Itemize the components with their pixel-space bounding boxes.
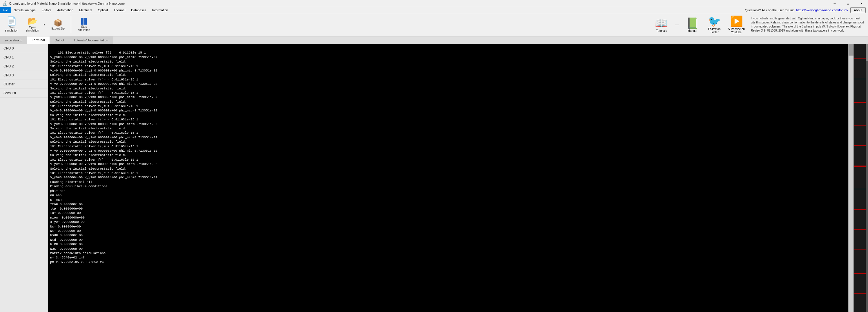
questions-text: Questions? Ask on the user forum: <box>745 8 794 12</box>
twitter-icon: 🐦 <box>708 15 721 28</box>
svg-rect-13 <box>866 44 868 61</box>
window-controls: ─ □ ✕ <box>828 0 868 7</box>
follow-twitter-button[interactable]: 🐦 Follow on Twitter <box>706 15 723 34</box>
title-bar: 🔬 Organic and hybrid Material Nano Simul… <box>0 0 868 7</box>
open-simulation-group: 📂 Open simulation ▼ <box>23 14 46 35</box>
stop-simulation-label: Stop similation <box>76 25 92 32</box>
sidebar-item-cpu2[interactable]: CPU 2 <box>0 62 48 71</box>
minimize-button[interactable]: ─ <box>828 0 841 7</box>
menu-item-automation[interactable]: Automation <box>54 7 76 13</box>
sidebar-item-cpu1[interactable]: CPU 1 <box>0 53 48 62</box>
subscribe-youtube-label: Subscribe on Youtube <box>728 28 745 34</box>
tab-tutorials-documentation[interactable]: Tutorials/Documentation <box>69 36 113 44</box>
tutorials-button[interactable]: 📖 Tutorials <box>653 17 670 32</box>
sidebar-item-cpu3[interactable]: CPU 3 <box>0 71 48 80</box>
tab-svice-structu[interactable]: svice structu <box>0 36 27 44</box>
new-simulation-label: New simulation <box>4 26 20 32</box>
app-icon: 🔬 <box>2 1 7 6</box>
sidebar: CPU 0 CPU 1 CPU 2 CPU 3 Cluster Jobs lis… <box>0 44 48 312</box>
info-box: If you publish results generated with Og… <box>750 15 866 34</box>
stop-simulation-icon <box>81 18 87 25</box>
menu-item-file[interactable]: File <box>0 7 11 13</box>
menu-item-information[interactable]: Information <box>149 7 171 13</box>
terminal-content: 101 Electrostatic solver f()= = 6.91163l… <box>50 51 157 264</box>
manual-label: Manual <box>688 29 697 32</box>
tab-output[interactable]: Output <box>50 36 69 44</box>
svg-rect-12 <box>866 44 868 312</box>
open-simulation-dropdown[interactable]: ▼ <box>42 14 46 35</box>
sidebar-item-jobs-list[interactable]: Jobs list <box>0 89 48 98</box>
manual-icon: 📗 <box>686 17 699 29</box>
toolbar: 📄 New simulation 📂 Open simulation ▼ 📦 E… <box>0 13 868 36</box>
manual-button[interactable]: 📗 Manual <box>684 17 701 32</box>
chevron-down-icon: ▼ <box>43 24 45 26</box>
menu-item-databases[interactable]: Databases <box>128 7 149 13</box>
tutorials-label: Tutorials <box>656 29 667 32</box>
new-simulation-button[interactable]: 📄 New simulation <box>2 14 21 35</box>
menu-item-optical[interactable]: Optical <box>95 7 111 13</box>
subscribe-youtube-button[interactable]: ▶️ Subscribe on Youtube <box>728 15 745 34</box>
title-text: Organic and hybrid Material Nano Simulat… <box>9 2 866 5</box>
close-button[interactable]: ✕ <box>855 0 868 7</box>
new-simulation-icon: 📄 <box>7 17 17 25</box>
open-simulation-button[interactable]: 📂 Open simulation <box>23 14 42 35</box>
menu-item-thermal[interactable]: Thermal <box>111 7 128 13</box>
stop-simulation-button[interactable]: Stop similation <box>75 14 93 35</box>
sidebar-item-cluster[interactable]: Cluster <box>0 80 48 89</box>
open-simulation-icon: 📂 <box>28 17 38 25</box>
toolbar-separator-1 <box>71 16 71 33</box>
tutorials-icon: 📖 <box>655 17 668 29</box>
menu-item-electrical[interactable]: Electrical <box>76 7 95 13</box>
youtube-icon: ▶️ <box>730 15 743 28</box>
scrollbar-thumb[interactable] <box>848 44 854 56</box>
maximize-button[interactable]: □ <box>841 0 855 7</box>
menu-item-simulation-type[interactable]: Simulation type <box>11 7 38 13</box>
export-zip-icon: 📦 <box>54 20 62 26</box>
tabs-row: svice structu Terminal Output Tutorials/… <box>0 36 868 44</box>
info-text: If you publish results generated with Og… <box>751 17 864 32</box>
forum-link[interactable]: https://www.oghma-nano.com/forum/ <box>796 8 848 12</box>
export-zip-button[interactable]: 📦 Export Zip <box>49 14 67 35</box>
menu-item-editors[interactable]: Editors <box>38 7 54 13</box>
export-zip-label: Export Zip <box>51 27 65 30</box>
terminal-scrollbar[interactable] <box>848 44 854 312</box>
activity-chart <box>854 44 868 312</box>
open-simulation-label: Open simulation <box>25 26 40 32</box>
menu-bar: File Simulation type Editors Automation … <box>0 7 868 13</box>
about-button[interactable]: About <box>850 7 866 13</box>
terminal-output[interactable]: 101 Electrostatic solver f()= = 6.91163l… <box>48 44 848 312</box>
tab-terminal[interactable]: Terminal <box>27 36 50 44</box>
main-content: CPU 0 CPU 1 CPU 2 CPU 3 Cluster Jobs lis… <box>0 44 868 312</box>
toolbar-right: 📖 Tutorials ─ 📗 Manual 🐦 Follow on Twitt… <box>653 15 866 34</box>
follow-twitter-label: Follow on Twitter <box>706 28 723 34</box>
toolbar-divider: ─ <box>675 22 679 28</box>
sidebar-item-cpu0[interactable]: CPU 0 <box>0 44 48 53</box>
